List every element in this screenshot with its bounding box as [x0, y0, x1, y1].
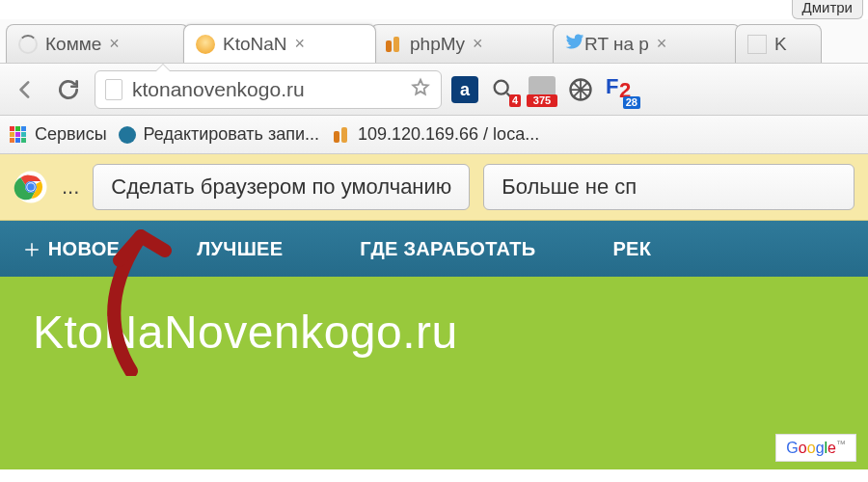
bookmark-label: Сервисы — [35, 124, 107, 145]
ext-badge-375[interactable]: 375 — [529, 76, 556, 103]
omnibox-marker-icon — [155, 65, 171, 72]
dismiss-button[interactable]: Больше не сп — [483, 164, 854, 210]
bookmark-pma[interactable]: 109.120.169.66 / loca... — [331, 124, 539, 145]
tab-label: Комме — [45, 34, 101, 55]
site-title: KtoNaNovenkogo.ru — [33, 306, 835, 359]
toolbar: a 4 375 F2 28 — [0, 64, 868, 116]
tab-strip: Комме × KtoNaN × phpMy × RT на р × K — [0, 19, 868, 64]
star-icon[interactable] — [410, 77, 431, 102]
default-browser-infobar: ... Сделать браузером по умолчанию Больш… — [0, 154, 868, 221]
google-logo: Google™ — [775, 434, 856, 462]
tab-4[interactable]: RT на р × — [553, 24, 741, 63]
extension-icons: a 4 375 F2 28 — [451, 76, 640, 103]
omnibox[interactable] — [95, 70, 442, 109]
tab-label: KtoNaN — [223, 34, 287, 55]
twitter-icon — [565, 32, 584, 56]
tab-3[interactable]: phpMy × — [370, 24, 558, 63]
close-icon[interactable]: × — [473, 34, 483, 54]
nav-item-best[interactable]: ЛУЧШЕЕ — [197, 238, 283, 260]
back-button[interactable] — [10, 73, 42, 106]
wheel-icon[interactable] — [567, 76, 594, 103]
bookmarks-bar: Сервисы Редактировать запи... 109.120.16… — [0, 116, 868, 154]
bookmark-wp[interactable]: Редактировать запи... — [119, 124, 319, 145]
apps-button[interactable]: Сервисы — [10, 124, 107, 145]
badge-375: 375 — [527, 94, 557, 107]
badge-28: 28 — [623, 96, 640, 109]
close-icon[interactable]: × — [295, 34, 306, 54]
hero: KtoNaNovenkogo.ru Google™ — [0, 277, 868, 469]
tab-5[interactable]: K — [735, 24, 822, 63]
tab-1[interactable]: Комме × — [6, 24, 189, 63]
url-input[interactable] — [132, 78, 410, 101]
badge-4: 4 — [509, 94, 521, 107]
bookmark-label: 109.120.169.66 / loca... — [358, 124, 539, 145]
close-icon[interactable]: × — [657, 34, 667, 54]
close-icon[interactable]: × — [109, 34, 120, 54]
spinner-icon — [18, 35, 38, 54]
page-icon — [105, 79, 122, 100]
chrome-icon — [14, 170, 48, 204]
phpmyadmin-icon — [331, 125, 350, 145]
tab-label: phpMy — [410, 34, 465, 55]
wordpress-icon — [119, 126, 136, 144]
site-nav: НОВОЕ ЛУЧШЕЕ ГДЕ ЗАРАБОТАТЬ РЕК — [0, 221, 868, 277]
nav-item-rek[interactable]: РЕК — [612, 238, 651, 260]
reload-button[interactable] — [52, 73, 85, 106]
ellipsis-icon: ... — [62, 174, 79, 200]
tab-label: K — [774, 34, 787, 55]
ext-f2-icon[interactable]: F2 28 — [606, 76, 640, 103]
svg-point-0 — [495, 80, 508, 94]
phpmyadmin-icon — [383, 35, 402, 54]
bookmark-label: Редактировать запи... — [144, 124, 319, 145]
svg-point-5 — [27, 183, 35, 191]
set-default-button[interactable]: Сделать браузером по умолчанию — [93, 164, 470, 210]
bulb-icon — [196, 35, 215, 54]
nav-item-earn[interactable]: ГДЕ ЗАРАБОТАТЬ — [360, 238, 535, 260]
tab-2-active[interactable]: KtoNaN × — [183, 24, 376, 63]
user-chip[interactable]: Дмитри — [792, 0, 863, 19]
alexa-icon[interactable]: a — [451, 76, 478, 103]
apps-icon — [10, 126, 27, 144]
magnifier-icon[interactable]: 4 — [490, 76, 517, 103]
nav-item-new[interactable]: НОВОЕ — [23, 238, 120, 260]
tab-label: RT на р — [584, 34, 649, 55]
blank-favicon-icon — [747, 35, 767, 54]
